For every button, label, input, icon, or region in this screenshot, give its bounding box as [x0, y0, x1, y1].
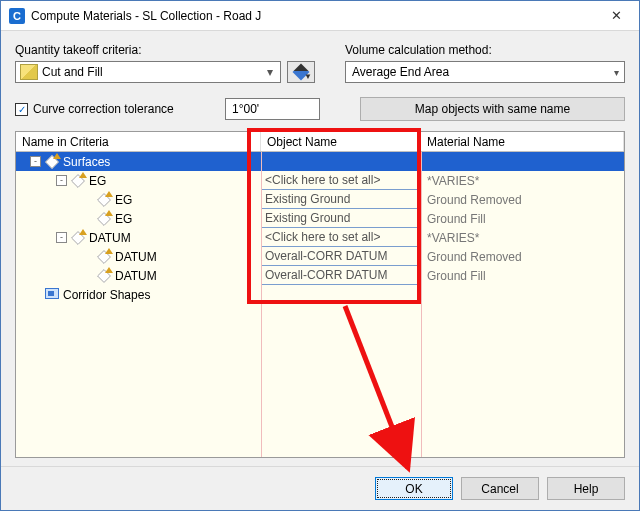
checkbox-box: ✓: [15, 103, 28, 116]
object-name-cell[interactable]: <Click here to set all>: [261, 228, 421, 247]
chevron-down-icon: ▼: [304, 72, 312, 81]
surface-icon: [97, 193, 111, 207]
name-cell: DATUM: [16, 266, 261, 285]
surface-icon: [97, 250, 111, 264]
object-name-cell[interactable]: Existing Ground: [261, 209, 421, 228]
surface-icon: [45, 155, 59, 169]
table-row[interactable]: EGExisting GroundGround Fill: [16, 209, 624, 228]
tree-expander-icon[interactable]: -: [30, 156, 41, 167]
cut-fill-icon: [20, 64, 38, 80]
name-cell: EG: [16, 209, 261, 228]
surface-icon: [71, 231, 85, 245]
material-name-cell: [421, 285, 624, 304]
row-name: Corridor Shapes: [63, 288, 150, 302]
material-name-cell: [421, 152, 624, 171]
material-name-cell: Ground Fill: [421, 266, 624, 285]
edit-criteria-button[interactable]: ▼: [287, 61, 315, 83]
table-row[interactable]: -Surfaces: [16, 152, 624, 171]
table-row[interactable]: -DATUM<Click here to set all>*VARIES*: [16, 228, 624, 247]
object-name-cell[interactable]: Overall-CORR DATUM: [261, 247, 421, 266]
row-name: EG: [115, 212, 132, 226]
row-name: DATUM: [115, 269, 157, 283]
object-name-cell[interactable]: <Click here to set all>: [261, 171, 421, 190]
row-name: DATUM: [115, 250, 157, 264]
titlebar: C Compute Materials - SL Collection - Ro…: [1, 1, 639, 31]
map-objects-button[interactable]: Map objects with same name: [360, 97, 625, 121]
col-header-name[interactable]: Name in Criteria: [16, 132, 261, 151]
object-name-cell[interactable]: Existing Ground: [261, 190, 421, 209]
name-cell: -DATUM: [16, 228, 261, 247]
help-button[interactable]: Help: [547, 477, 625, 500]
close-icon[interactable]: ✕: [594, 1, 639, 29]
row-name: EG: [115, 193, 132, 207]
name-cell: EG: [16, 190, 261, 209]
table-row[interactable]: EGExisting GroundGround Removed: [16, 190, 624, 209]
table-row[interactable]: DATUMOverall-CORR DATUMGround Removed: [16, 247, 624, 266]
help-label: Help: [574, 482, 599, 496]
volume-label: Volume calculation method:: [345, 43, 625, 57]
row-name: EG: [89, 174, 106, 188]
dialog-window: C Compute Materials - SL Collection - Ro…: [0, 0, 640, 511]
chevron-down-icon: ▾: [262, 65, 278, 79]
table-row[interactable]: Corridor Shapes: [16, 285, 624, 304]
tree-expander-icon[interactable]: -: [56, 175, 67, 186]
table-row[interactable]: -EG<Click here to set all>*VARIES*: [16, 171, 624, 190]
curve-value: 1°00': [232, 102, 259, 116]
corridor-shapes-icon: [45, 288, 59, 302]
ok-label: OK: [405, 482, 422, 496]
material-name-cell: Ground Removed: [421, 247, 624, 266]
cancel-button[interactable]: Cancel: [461, 477, 539, 500]
criteria-label: Quantity takeoff criteria:: [15, 43, 315, 57]
top-row: Quantity takeoff criteria: Cut and Fill …: [15, 43, 625, 83]
dialog-content: Quantity takeoff criteria: Cut and Fill …: [1, 31, 639, 466]
object-name-cell[interactable]: Overall-CORR DATUM: [261, 266, 421, 285]
ok-button[interactable]: OK: [375, 477, 453, 500]
material-name-cell: Ground Removed: [421, 190, 624, 209]
curve-label: Curve correction tolerance: [33, 102, 174, 116]
volume-value: Average End Area: [352, 65, 449, 79]
material-name-cell: *VARIES*: [421, 228, 624, 247]
name-cell: -EG: [16, 171, 261, 190]
app-icon: C: [9, 8, 25, 24]
col-header-material[interactable]: Material Name: [421, 132, 624, 151]
col-header-object[interactable]: Object Name: [261, 132, 421, 151]
grid-header: Name in Criteria Object Name Material Na…: [16, 132, 624, 152]
criteria-value: Cut and Fill: [42, 65, 262, 79]
tree-expander-icon[interactable]: -: [56, 232, 67, 243]
grid-separator: [261, 152, 262, 457]
materials-grid: Name in Criteria Object Name Material Na…: [15, 131, 625, 458]
material-name-cell: *VARIES*: [421, 171, 624, 190]
row-name: Surfaces: [63, 155, 110, 169]
material-name-cell: Ground Fill: [421, 209, 624, 228]
curve-correction-checkbox[interactable]: ✓ Curve correction tolerance: [15, 102, 215, 116]
second-row: ✓ Curve correction tolerance 1°00' Map o…: [15, 97, 625, 121]
map-objects-label: Map objects with same name: [415, 102, 570, 116]
curve-tolerance-input[interactable]: 1°00': [225, 98, 320, 120]
cancel-label: Cancel: [481, 482, 518, 496]
grid-body: -Surfaces-EG<Click here to set all>*VARI…: [16, 152, 624, 457]
object-name-cell[interactable]: [261, 285, 421, 304]
button-bar: OK Cancel Help: [1, 466, 639, 510]
surface-icon: [97, 269, 111, 283]
surface-icon: [97, 212, 111, 226]
name-cell: Corridor Shapes: [16, 285, 261, 304]
grid-separator: [421, 152, 422, 457]
table-row[interactable]: DATUMOverall-CORR DATUMGround Fill: [16, 266, 624, 285]
volume-method-select[interactable]: Average End Area: [345, 61, 625, 83]
row-name: DATUM: [89, 231, 131, 245]
criteria-combo[interactable]: Cut and Fill ▾: [15, 61, 281, 83]
name-cell: -Surfaces: [16, 152, 261, 171]
surface-icon: [71, 174, 85, 188]
window-title: Compute Materials - SL Collection - Road…: [31, 9, 594, 23]
object-name-cell[interactable]: [261, 152, 421, 171]
window-buttons: ✕: [594, 1, 639, 30]
name-cell: DATUM: [16, 247, 261, 266]
